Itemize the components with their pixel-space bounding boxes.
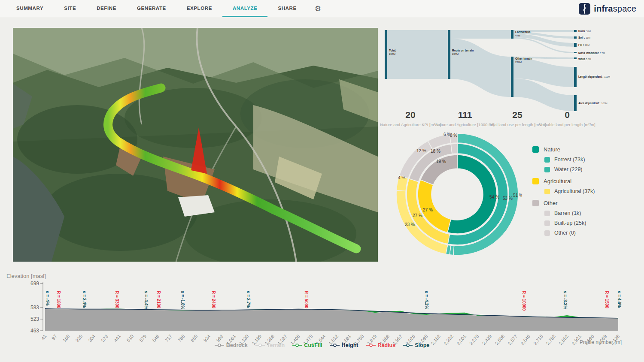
series-marker-icon [403, 343, 413, 347]
series-toggle-slope[interactable]: Slope [403, 342, 429, 348]
bedrock-area [45, 309, 618, 331]
legend-item[interactable]: Water (229) [544, 166, 631, 172]
tab-analyze[interactable]: ANALYZE [222, 0, 267, 17]
kpi-3: 0Valuable land per length [m²/m] [520, 110, 614, 127]
profile-xtick: 579 [138, 334, 147, 343]
tab-summary[interactable]: SUMMARY [6, 0, 54, 17]
series-toggle-cutfill[interactable]: Cut/Fill [292, 342, 322, 348]
legend-label: Other [544, 200, 558, 206]
legend-label: Nature [544, 146, 560, 153]
sankey-node-label: Total, [389, 49, 396, 52]
sankey-node-label: Area dependent : 100M [578, 102, 608, 105]
series-toggle-radius[interactable]: Radius [366, 342, 396, 348]
series-marker-icon [215, 343, 224, 347]
donut-percent-label: 27 % [413, 213, 422, 218]
legend-swatch [544, 167, 550, 172]
sankey-flow [450, 30, 511, 39]
sankey-node [574, 43, 577, 47]
sankey-node [511, 57, 513, 97]
radius-annotation: R = 2100 [156, 291, 161, 308]
legend-item[interactable]: Nature [532, 146, 631, 153]
legend-item[interactable]: Built-up (25k) [544, 220, 631, 226]
donut-percent-label: 23 % [405, 222, 415, 227]
tab-explore[interactable]: EXPLORE [176, 0, 222, 17]
kpi-value: 0 [520, 110, 614, 120]
donut-percent-label: 12 % [416, 148, 426, 153]
elevation-ytick: 463 [30, 328, 39, 334]
radius-annotation: R = 1800 [56, 291, 61, 308]
top-navbar: SUMMARY SITE DEFINE GENERATE EXPLORE ANA… [0, 0, 644, 17]
legend-label: Forrest (73k) [554, 157, 585, 163]
sankey-node [511, 30, 513, 39]
sankey-node-value: 220M [515, 61, 522, 63]
legend-label: Barren (1k) [554, 210, 581, 216]
sankey-node-label: Rock : 8M [578, 30, 591, 33]
infraspace-logo: infraspace [579, 0, 636, 17]
sankey-node-label: Earthworks [515, 30, 531, 33]
legend-swatch [544, 189, 550, 194]
legend-item[interactable]: Other [532, 200, 631, 206]
sankey-node-label: Soil : 11M [578, 36, 590, 39]
donut-percent-label: 54 % [489, 195, 499, 199]
donut-percent-label: 4 % [398, 175, 405, 180]
series-marker-icon [292, 343, 302, 347]
series-toggle-terrain[interactable]: Terrain [255, 342, 285, 348]
tab-share[interactable]: SHARE [267, 0, 307, 17]
slope-annotation: s = -4.4% [144, 291, 149, 309]
radius-annotation: R = 1500 [605, 291, 609, 308]
legend-group-agricultural: AgriculturalAgricultural (37k) [532, 178, 631, 194]
series-label: Cut/Fill [304, 342, 322, 348]
legend-label: Water (229) [554, 166, 583, 172]
sankey-node [574, 36, 577, 39]
sankey-node-label: Fill : 21M [578, 43, 589, 46]
sankey-node [574, 52, 577, 53]
series-toggle-bedrock[interactable]: Bedrock [215, 342, 248, 348]
legend-item[interactable]: Other (0) [544, 230, 631, 236]
sankey-node-value: 267M [452, 53, 459, 55]
land-use-donut: 54 %53 %51 %27 %27 %23 %4 %12 %18 %19 %6… [393, 130, 522, 259]
terrain-render [13, 28, 378, 262]
donut-percent-label: 27 % [423, 208, 433, 212]
elevation-ytick: 699 [30, 281, 39, 287]
profile-xtick: 786 [177, 334, 186, 343]
donut-segment-middle [451, 144, 457, 154]
tab-site[interactable]: SITE [54, 0, 86, 17]
sankey-node-value: 267M [389, 53, 395, 55]
legend-label: Built-up (25k) [554, 220, 586, 226]
legend-item[interactable]: Agricultural [532, 178, 631, 184]
tab-generate[interactable]: GENERATE [127, 0, 176, 17]
sankey-node-value: 47M [515, 34, 520, 37]
profile-number-axis-label: Profile number [m] [580, 339, 622, 345]
land-take-sankey: Total,267MRoute on terrain267MEarthworks… [382, 27, 631, 111]
radius-annotation: R = 2400 [211, 291, 216, 308]
terrain-3d-view[interactable] [13, 28, 378, 262]
legend-swatch [532, 200, 539, 206]
legend-label: Other (0) [554, 230, 576, 236]
series-label: Terrain [267, 342, 285, 348]
legend-swatch [544, 157, 550, 163]
legend-item[interactable]: Agricultural (37k) [544, 188, 631, 194]
slope-annotation: s = 2.4% [82, 291, 87, 308]
series-marker-icon [366, 343, 376, 347]
tab-define[interactable]: DEFINE [86, 0, 127, 17]
slope-annotation: s = 4.6% [617, 291, 622, 308]
legend-item[interactable]: Forrest (73k) [544, 157, 631, 163]
sankey-node-label: Other terrain [515, 57, 532, 60]
legend-label: Agricultural (37k) [554, 188, 595, 194]
settings-gear-icon[interactable]: ⚙ [307, 0, 329, 17]
donut-percent-label: 18 % [431, 149, 440, 154]
sankey-node [574, 57, 577, 59]
sankey-node [574, 30, 577, 32]
kpi-label: Valuable land per length [m²/m] [520, 122, 614, 127]
profile-xtick: 304 [87, 334, 96, 343]
profile-xtick: 441 [113, 334, 122, 343]
legend-item[interactable]: Barren (1k) [544, 210, 631, 216]
slope-annotation: s = 2.7% [246, 291, 251, 308]
slope-annotation: s = -1.8% [180, 291, 185, 309]
series-marker-icon [255, 343, 265, 347]
series-label: Bedrock [226, 342, 248, 348]
profile-xtick: 648 [151, 334, 160, 343]
legend-swatch [544, 211, 550, 216]
series-toggle-height[interactable]: Height [330, 342, 358, 348]
profile-xtick: 41 [40, 334, 47, 341]
